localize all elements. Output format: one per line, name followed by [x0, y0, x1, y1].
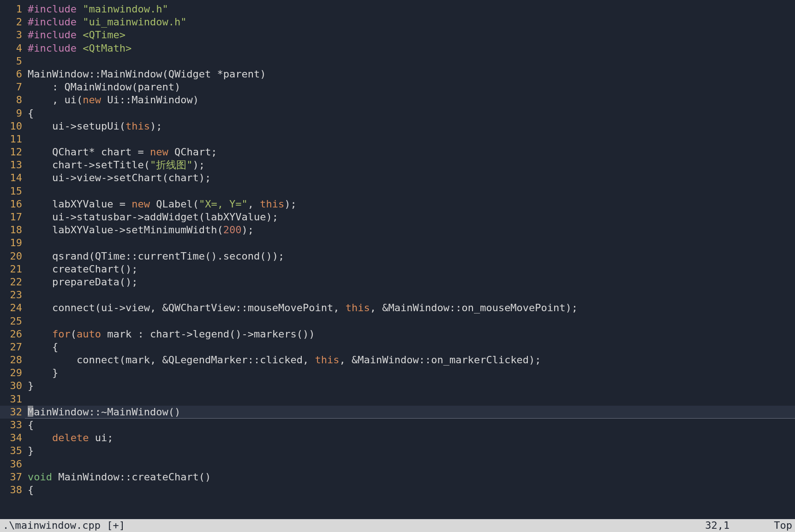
line-number: 25 [0, 315, 25, 328]
line-number: 19 [0, 236, 25, 249]
code-text[interactable]: prepareData(); [25, 276, 137, 289]
status-bar: .\mainwindow.cpp [+] 32,1 Top [0, 519, 795, 532]
code-text[interactable]: ui->statusbar->addWidget(labXYValue); [25, 211, 278, 224]
code-text[interactable]: , ui(new Ui::MainWindow) [25, 94, 199, 106]
line-number: 5 [0, 55, 25, 68]
code-text[interactable]: createChart(); [25, 263, 137, 276]
code-line[interactable]: 7 : QMainWindow(parent) [0, 81, 795, 94]
status-scroll: Top [774, 519, 792, 532]
code-text[interactable]: labXYValue->setMinimumWidth(200); [25, 224, 254, 236]
code-text[interactable]: ui->setupUi(this); [25, 120, 162, 133]
code-line[interactable]: 13 chart->setTitle("折线图"); [0, 159, 795, 171]
code-text[interactable]: void MainWindow::createChart() [25, 471, 211, 484]
code-text[interactable]: qsrand(QTime::currentTime().second()); [25, 250, 284, 263]
code-line[interactable]: 6MainWindow::MainWindow(QWidget *parent) [0, 68, 795, 81]
line-number: 4 [0, 42, 25, 55]
code-text[interactable]: MainWindow::MainWindow(QWidget *parent) [25, 68, 266, 81]
code-text[interactable]: } [25, 444, 34, 457]
code-text[interactable]: ui->view->setChart(chart); [25, 171, 211, 184]
code-text[interactable]: for(auto mark : chart->legend()->markers… [25, 328, 315, 341]
line-number: 34 [0, 432, 25, 444]
code-line[interactable]: 27 { [0, 341, 795, 354]
code-line[interactable]: 20 qsrand(QTime::currentTime().second())… [0, 250, 795, 263]
code-line[interactable]: 34 delete ui; [0, 432, 795, 444]
code-text[interactable]: MainWindow::~MainWindow() [25, 406, 180, 419]
code-line[interactable]: 5 [0, 55, 795, 68]
line-number: 22 [0, 276, 25, 289]
line-number: 32 [0, 406, 25, 419]
line-number: 24 [0, 301, 25, 314]
code-line[interactable]: 28 connect(mark, &QLegendMarker::clicked… [0, 354, 795, 366]
code-line[interactable]: 16 labXYValue = new QLabel("X=, Y=", thi… [0, 198, 795, 211]
code-line[interactable]: 38{ [0, 484, 795, 497]
code-line[interactable]: 3#include <QTime> [0, 29, 795, 41]
line-number: 1 [0, 3, 25, 16]
line-number: 10 [0, 120, 25, 133]
line-number: 15 [0, 185, 25, 198]
code-line[interactable]: 11 [0, 133, 795, 146]
code-line[interactable]: 22 prepareData(); [0, 276, 795, 289]
code-line[interactable]: 32MainWindow::~MainWindow() [0, 406, 795, 419]
code-text[interactable]: { [25, 484, 34, 497]
code-area[interactable]: 1#include "mainwindow.h"2#include "ui_ma… [0, 0, 795, 497]
code-line[interactable]: 17 ui->statusbar->addWidget(labXYValue); [0, 211, 795, 224]
code-line[interactable]: 33{ [0, 419, 795, 432]
code-text[interactable]: { [25, 107, 34, 120]
code-text[interactable]: #include "ui_mainwindow.h" [25, 16, 186, 29]
code-text[interactable]: #include <QtMath> [25, 42, 132, 55]
code-text[interactable]: QChart* chart = new QChart; [25, 146, 217, 159]
line-number: 28 [0, 354, 25, 366]
line-number: 16 [0, 198, 25, 211]
code-text[interactable]: { [25, 419, 34, 432]
code-line[interactable]: 21 createChart(); [0, 263, 795, 276]
code-line[interactable]: 26 for(auto mark : chart->legend()->mark… [0, 328, 795, 341]
code-text[interactable]: } [25, 366, 58, 379]
code-line[interactable]: 2#include "ui_mainwindow.h" [0, 16, 795, 29]
code-line[interactable]: 14 ui->view->setChart(chart); [0, 171, 795, 184]
code-text[interactable]: } [25, 379, 34, 392]
line-number: 23 [0, 289, 25, 301]
code-line[interactable]: 36 [0, 458, 795, 471]
code-text[interactable]: : QMainWindow(parent) [25, 81, 180, 94]
status-cursor-pos: 32,1 [705, 519, 774, 532]
line-number: 18 [0, 224, 25, 236]
code-line[interactable]: 1#include "mainwindow.h" [0, 3, 795, 16]
line-number: 14 [0, 171, 25, 184]
code-line[interactable]: 15 [0, 185, 795, 198]
code-line[interactable]: 8 , ui(new Ui::MainWindow) [0, 94, 795, 106]
line-number: 13 [0, 159, 25, 171]
code-text[interactable]: connect(ui->view, &QWChartView::mouseMov… [25, 301, 578, 314]
code-text[interactable]: #include "mainwindow.h" [25, 3, 168, 16]
code-line[interactable]: 37void MainWindow::createChart() [0, 471, 795, 484]
line-number: 3 [0, 29, 25, 41]
line-number: 38 [0, 484, 25, 497]
code-line[interactable]: 30} [0, 379, 795, 392]
line-number: 30 [0, 379, 25, 392]
code-text[interactable]: labXYValue = new QLabel("X=, Y=", this); [25, 198, 297, 211]
line-number: 12 [0, 146, 25, 159]
code-line[interactable]: 18 labXYValue->setMinimumWidth(200); [0, 224, 795, 236]
status-filename: .\mainwindow.cpp [+] [3, 519, 125, 532]
code-line[interactable]: 19 [0, 236, 795, 249]
code-line[interactable]: 4#include <QtMath> [0, 42, 795, 55]
line-number: 6 [0, 68, 25, 81]
code-text[interactable]: #include <QTime> [25, 29, 126, 41]
code-line[interactable]: 10 ui->setupUi(this); [0, 120, 795, 133]
code-text[interactable]: delete ui; [25, 432, 113, 444]
code-line[interactable]: 12 QChart* chart = new QChart; [0, 146, 795, 159]
code-text[interactable]: { [25, 341, 58, 354]
code-text[interactable]: connect(mark, &QLegendMarker::clicked, t… [25, 354, 541, 366]
code-line[interactable]: 25 [0, 315, 795, 328]
code-text[interactable]: chart->setTitle("折线图"); [25, 159, 205, 171]
code-line[interactable]: 35} [0, 444, 795, 457]
line-number: 2 [0, 16, 25, 29]
code-line[interactable]: 9{ [0, 107, 795, 120]
line-number: 35 [0, 444, 25, 457]
code-line[interactable]: 29 } [0, 366, 795, 379]
code-line[interactable]: 24 connect(ui->view, &QWChartView::mouse… [0, 301, 795, 314]
editor-pane[interactable]: 1#include "mainwindow.h"2#include "ui_ma… [0, 0, 795, 532]
code-line[interactable]: 31 [0, 393, 795, 406]
line-number: 17 [0, 211, 25, 224]
code-line[interactable]: 23 [0, 289, 795, 301]
line-number: 31 [0, 393, 25, 406]
